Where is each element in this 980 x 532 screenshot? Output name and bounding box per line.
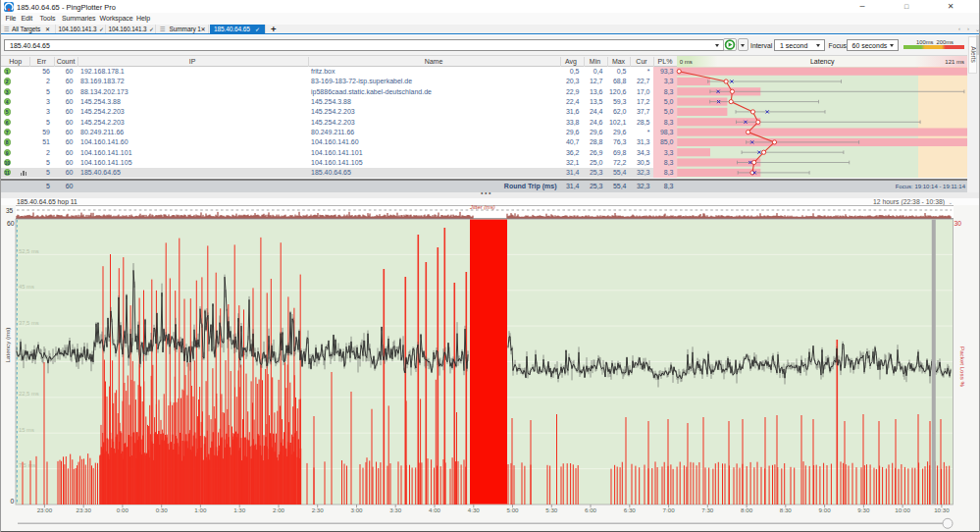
- svg-text:22,5 ms: 22,5 ms: [19, 391, 39, 397]
- svg-text:45 ms: 45 ms: [19, 284, 34, 290]
- svg-text:52,5 ms: 52,5 ms: [19, 248, 39, 254]
- svg-text:37,5 ms: 37,5 ms: [19, 320, 39, 326]
- svg-text:15 ms: 15 ms: [19, 427, 34, 433]
- svg-text:7,5 ms: 7,5 ms: [19, 462, 35, 468]
